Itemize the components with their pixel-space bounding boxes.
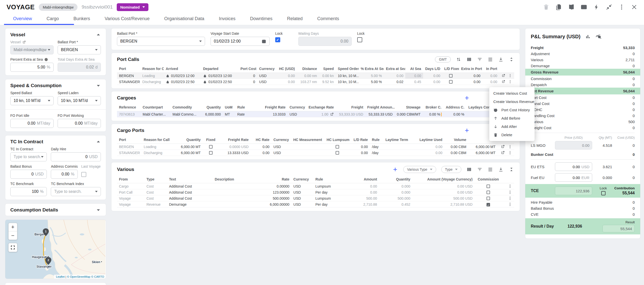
cell[interactable]: /day — [370, 144, 383, 150]
cell[interactable]: USD — [291, 189, 313, 195]
cell[interactable]: 0.000 — [379, 189, 412, 195]
info-icon[interactable] — [44, 58, 48, 61]
open-detail-icon[interactable] — [501, 145, 505, 149]
row-menu-icon[interactable] — [508, 196, 512, 200]
cell[interactable]: 0.00 — [275, 73, 297, 79]
cell-checkbox[interactable] — [336, 151, 339, 155]
cell[interactable] — [213, 201, 256, 207]
cell[interactable]: 5.00 % — [359, 79, 384, 85]
tab-related[interactable]: Related — [287, 16, 303, 25]
density-icon[interactable] — [488, 57, 493, 62]
column-header[interactable]: Extra at Sea — [384, 65, 405, 73]
cell[interactable] — [213, 183, 256, 189]
cell[interactable]: 0.00 — [251, 144, 271, 150]
menu-item-create-various-cost[interactable]: Create Various Cost — [489, 89, 535, 97]
cell[interactable] — [499, 79, 514, 85]
cell[interactable] — [502, 201, 514, 207]
fuel-eu-price-input[interactable]: 0.00EUR — [555, 173, 592, 182]
cell[interactable]: 500.000 — [379, 195, 412, 201]
cell[interactable]: USD — [291, 195, 313, 201]
cell[interactable]: 01/02/23 12:00 — [164, 73, 201, 79]
tce-lock-checkbox[interactable] — [601, 191, 606, 195]
cell[interactable]: 0.00 — [346, 183, 379, 189]
collapse-window-icon[interactable] — [606, 4, 612, 10]
osm-link[interactable]: © OpenStreetMap — [67, 275, 90, 278]
column-header[interactable]: At Sea — [405, 65, 423, 73]
cell[interactable]: USD — [257, 79, 275, 85]
cell[interactable]: 70743613 — [117, 111, 141, 117]
voyage-start-date-input[interactable]: 01/02/23 12:00 — [211, 37, 270, 46]
column-header[interactable]: Freight Rate — [262, 103, 288, 111]
column-header[interactable]: HC Rate — [251, 136, 271, 144]
cell[interactable] — [291, 150, 325, 156]
column-header[interactable]: Reason for C... — [140, 65, 164, 73]
zoom-in-button[interactable]: + — [9, 223, 17, 231]
tab-various-cost-revenue[interactable]: Various Cost/Revenue — [105, 16, 150, 25]
cell[interactable]: 500.00 — [346, 195, 379, 201]
cell[interactable]: 6,000.00 MT — [468, 150, 498, 156]
cell[interactable]: 0.02 — [384, 79, 405, 85]
columns-icon[interactable] — [466, 57, 472, 62]
column-header[interactable]: Currency — [291, 175, 313, 183]
column-header[interactable] — [502, 175, 514, 183]
column-header[interactable]: Port Cost — [238, 65, 257, 73]
cell[interactable]: /day — [370, 150, 383, 156]
cell[interactable]: Per day — [313, 201, 346, 207]
collapse-table-icon[interactable] — [509, 167, 514, 172]
calendar-icon[interactable] — [261, 39, 266, 44]
cell[interactable]: 0.000 CBM/MT — [395, 111, 423, 117]
cell[interactable]: USD — [271, 144, 291, 150]
cell[interactable]: 0.00 — [423, 73, 442, 79]
carto-link[interactable]: © CARTO — [91, 275, 104, 278]
cell[interactable]: 0.00 CBM — [444, 150, 468, 156]
bar-chart-icon[interactable] — [585, 33, 591, 40]
cell[interactable]: STAVANGER — [117, 150, 142, 156]
table-row[interactable]: 70743613Mabl Charter...Mabl Commo...6,00… — [117, 111, 514, 117]
cell[interactable] — [383, 150, 415, 156]
column-header[interactable]: Departed — [201, 65, 238, 73]
column-header[interactable]: Freight Rate — [219, 136, 251, 144]
start-date-lock-checkbox[interactable]: ✓ — [275, 37, 280, 42]
tab-invoices[interactable]: Invoices — [219, 16, 235, 25]
column-header[interactable]: HC Lumpsum — [325, 136, 350, 144]
cell[interactable]: 9.52 kn — [319, 79, 336, 85]
collapse-section-icon[interactable] — [96, 32, 101, 37]
column-header[interactable]: Text — [167, 175, 213, 183]
tc-contract-select[interactable]: Type to search. — [10, 152, 47, 161]
column-header[interactable]: Rule — [313, 175, 346, 183]
row-menu-icon[interactable] — [508, 80, 512, 84]
type-filter[interactable]: Type — [441, 166, 461, 173]
cell[interactable]: 53,333.33 USD — [336, 111, 365, 117]
cell-checkbox[interactable] — [449, 80, 453, 84]
cell[interactable] — [291, 144, 325, 150]
cell[interactable]: Cost — [144, 183, 167, 189]
cell[interactable]: STAVANGER — [117, 79, 140, 85]
cell[interactable]: Per day — [313, 189, 346, 195]
copy-voyage-icon[interactable] — [555, 4, 562, 10]
column-header[interactable]: Arrived — [164, 65, 201, 73]
cell[interactable] — [442, 73, 459, 79]
collapse-table-icon[interactable] — [509, 57, 514, 62]
collapse-section-icon[interactable] — [96, 139, 101, 144]
column-header[interactable]: Quantity — [379, 175, 412, 183]
column-header[interactable]: Amount (Voyage Currency) — [412, 175, 474, 183]
cell[interactable]: Voyage — [117, 195, 144, 201]
last-voyage-checkbox[interactable] — [81, 172, 86, 177]
cell-checkbox[interactable] — [487, 191, 490, 194]
fo-port-working-input[interactable]: 0.00MT/day — [58, 119, 101, 128]
timezone-chip[interactable]: GMT — [435, 56, 451, 62]
lock-icon[interactable] — [166, 80, 170, 84]
cell[interactable]: 0.00 — [275, 79, 297, 85]
cell[interactable]: Cargo — [117, 183, 144, 189]
tab-organisational-data[interactable]: Organisational Data — [164, 16, 204, 25]
cell[interactable]: 01/02/23 12:00 — [201, 73, 238, 79]
cell[interactable]: Discharging — [142, 150, 173, 156]
row-menu-icon[interactable] — [508, 74, 512, 78]
menu-item-add-before[interactable]: Add Before — [489, 114, 535, 122]
quick-actions-icon[interactable] — [593, 4, 600, 10]
cell[interactable]: 0.00 USD — [412, 183, 474, 189]
cell[interactable] — [499, 73, 514, 79]
open-vessel-icon[interactable] — [22, 40, 26, 44]
cell[interactable]: Port Call — [117, 189, 144, 195]
column-header[interactable]: Quantity — [174, 136, 203, 144]
